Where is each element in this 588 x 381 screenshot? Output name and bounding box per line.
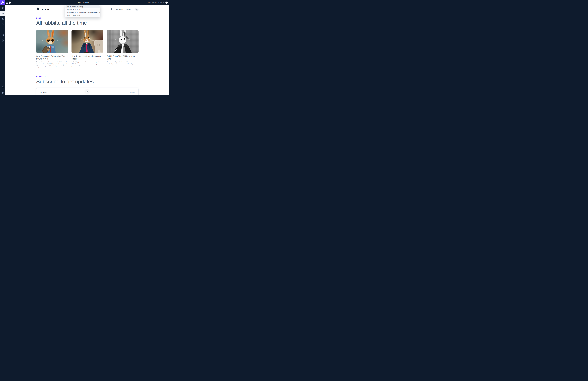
sun-icon <box>136 8 138 10</box>
account-circle-icon <box>1 91 4 94</box>
sidebar-item-settings[interactable] <box>0 38 5 43</box>
post-excerpt: These interesting facts about rabbits ma… <box>107 61 139 67</box>
blog-hero: BLOG All rabbits, all the time <box>36 17 139 26</box>
chevron-down-icon <box>90 2 91 3</box>
device-preview-button[interactable] <box>166 1 168 4</box>
blog-post-list: Why Steampunk Rabbits Are The Future of … <box>36 30 139 69</box>
theme-toggle-button[interactable] <box>135 7 139 11</box>
zoom-level-value: 100% <box>158 2 162 3</box>
blog-post-card: How To Become A Very Productive Rabbit I… <box>71 30 103 69</box>
notifications-button[interactable] <box>0 85 5 90</box>
top-bar: Blog | Your Site 1860 × 1020 100% <box>0 0 169 5</box>
sidebar-item-users[interactable] <box>0 16 5 21</box>
account-button[interactable] <box>0 90 5 95</box>
nav-about[interactable]: About <box>126 8 132 10</box>
bell-icon <box>1 86 4 88</box>
content-cube-icon <box>1 7 4 9</box>
nuxt-mountains-icon <box>86 91 88 92</box>
sidebar-item-files[interactable] <box>0 21 5 27</box>
url-option[interactable]: http://localhost:3000/?visual-editing=tr… <box>65 11 100 14</box>
edit-square-icon <box>1 12 4 15</box>
chevron-down-icon <box>163 2 164 3</box>
post-title[interactable]: Rabbit Facts That Will Blow Your Mind <box>107 55 139 60</box>
post-title[interactable]: Why Steampunk Rabbits Are The Future of … <box>36 55 68 60</box>
blog-title: All rabbits, all the time <box>36 20 139 26</box>
help-circle-icon <box>1 34 4 36</box>
newsletter-title: Subscribe to get updates <box>36 79 139 85</box>
search-icon <box>111 8 112 10</box>
blog-post-card: Rabbit Facts That Will Blow Your Mind Th… <box>107 30 139 69</box>
users-icon <box>1 18 4 20</box>
url-option[interactable]: http://localhost:3000 <box>65 8 100 11</box>
required-note: *Required <box>129 91 135 93</box>
sidebar-item-help[interactable] <box>0 32 5 38</box>
zoom-level-control[interactable]: 100% <box>158 2 164 3</box>
directus-rabbit-icon <box>36 7 40 11</box>
folder-icon <box>1 23 4 25</box>
page-title: Blog | Your Site <box>78 2 89 3</box>
first-name-label: First Name <box>40 91 46 93</box>
search-button[interactable] <box>111 8 112 10</box>
blog-eyebrow: BLOG <box>36 17 139 19</box>
page-title-selector[interactable]: Blog | Your Site <box>0 0 169 5</box>
devices-icon <box>166 2 167 3</box>
viewport-size-label: 1860 × 1020 <box>148 2 157 3</box>
post-title[interactable]: How To Become A Very Productive Rabbit <box>71 55 103 60</box>
url-selector-dropdown: http://localhost:3000/blog http://localh… <box>65 5 101 17</box>
sidebar-item-content[interactable] <box>0 5 5 11</box>
gear-icon <box>1 39 4 42</box>
newsletter-form-card: First Name *Required <box>36 88 139 95</box>
post-excerpt: In this blog post, we will look at some … <box>71 61 103 67</box>
sidebar-bottom <box>0 85 5 95</box>
post-excerpt: This post discusses how steampunk rabbit… <box>36 61 68 69</box>
url-option[interactable]: https://example.com <box>65 14 100 17</box>
nav-about-label: About <box>126 8 130 10</box>
url-option-current[interactable]: http://localhost:3000/blog <box>65 5 100 8</box>
sparkline-icon <box>1 28 4 31</box>
post-image-victorian-rabbit[interactable] <box>107 30 139 53</box>
newsletter-section: NEWSLETTER Subscribe to get updates Firs… <box>36 76 139 95</box>
post-image-business-rabbit[interactable] <box>71 30 103 53</box>
site-nav: Contact Us About <box>111 7 139 11</box>
directus-visual-editor: Blog | Your Site 1860 × 1020 100% <box>0 0 169 95</box>
site-logo[interactable]: directus <box>36 7 50 11</box>
blog-post-card: Why Steampunk Rabbits Are The Future of … <box>36 30 68 69</box>
site-preview-frame: directus Contact Us About <box>5 5 169 95</box>
nav-contact-us[interactable]: Contact Us <box>116 8 123 10</box>
nuxt-badge <box>86 90 89 93</box>
sidebar-item-visual-editor[interactable] <box>0 11 5 16</box>
post-image-steampunk-rabbit[interactable] <box>36 30 68 53</box>
sidebar-item-insights[interactable] <box>0 27 5 32</box>
site-logo-text: directus <box>41 8 50 10</box>
newsletter-eyebrow: NEWSLETTER <box>36 76 139 78</box>
chevron-down-icon <box>131 9 132 10</box>
topbar-right-controls: 1860 × 1020 100% <box>148 0 168 5</box>
module-sidebar <box>0 5 5 95</box>
nav-contact-label: Contact Us <box>116 8 123 10</box>
